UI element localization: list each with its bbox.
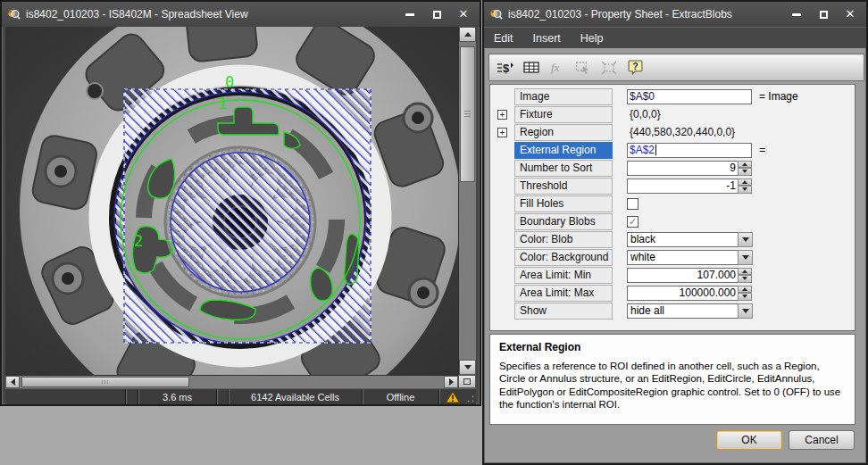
horizontal-scroll-thumb[interactable] — [21, 377, 189, 387]
spin-up-button[interactable] — [738, 179, 752, 187]
spin-down-button[interactable] — [738, 168, 752, 176]
menu-bar: Edit Insert Help — [484, 27, 866, 48]
spin-up-button[interactable] — [738, 286, 752, 294]
select-region-icon[interactable] — [572, 57, 594, 79]
property-label[interactable]: Area Limit: Max — [514, 285, 613, 302]
property-label[interactable]: External Region — [514, 142, 613, 159]
menu-insert[interactable]: Insert — [523, 32, 571, 45]
spin-up-button[interactable] — [738, 268, 752, 276]
value-input[interactable]: $A$2 — [627, 143, 752, 158]
property-label[interactable]: Threshold — [514, 178, 613, 195]
vertical-scroll-thumb[interactable] — [460, 46, 475, 182]
property-label[interactable]: Color: Background — [514, 249, 613, 266]
property-value: {0,0,0} — [627, 108, 661, 120]
app-icon — [7, 8, 21, 21]
property-label[interactable]: Show — [514, 303, 613, 320]
svg-text:fx: fx — [551, 61, 560, 74]
value-suffix: = — [759, 144, 765, 156]
scroll-up-button[interactable] — [459, 27, 476, 42]
horizontal-scrollbar[interactable] — [5, 375, 458, 388]
menu-edit[interactable]: Edit — [484, 32, 523, 45]
spinner-field[interactable]: -1 — [627, 179, 738, 194]
close-button[interactable]: ✕ — [843, 8, 857, 21]
cancel-button[interactable]: Cancel — [789, 430, 855, 450]
spinner-buttons — [738, 286, 752, 301]
close-button[interactable]: ✕ — [456, 8, 471, 21]
property-value: black — [627, 232, 753, 247]
checkbox[interactable] — [627, 216, 638, 228]
fit-image-button[interactable] — [458, 375, 476, 388]
spinner-field[interactable]: 107.000 — [627, 268, 738, 283]
property-value — [627, 198, 638, 210]
svg-text:$: $ — [503, 62, 510, 75]
spinner-field[interactable]: 100000.000 — [627, 286, 738, 301]
description-panel: External Region Specifies a reference to… — [489, 334, 855, 425]
right-window-title: is8402_010203 - Property Sheet - Extract… — [508, 8, 789, 21]
scroll-left-button[interactable] — [5, 376, 20, 388]
description-body: Specifies a reference to ROI defined in … — [499, 360, 846, 411]
property-label[interactable]: Color: Blob — [514, 231, 613, 248]
absolute-reference-icon[interactable]: $ — [495, 57, 516, 79]
toolbar: $ fx ? — [488, 54, 864, 81]
property-row: Color: Backgroundwhite — [490, 248, 855, 266]
expand-toggle-icon[interactable]: + — [490, 128, 514, 137]
property-table: Image$A$0= Image+Fixture{0,0,0}+Region{4… — [489, 84, 855, 331]
property-value: white — [627, 250, 753, 265]
insert-function-icon[interactable]: fx — [547, 57, 568, 79]
property-row: Color: Blobblack — [490, 230, 855, 248]
status-available-cells: 6142 Available Cells — [228, 389, 362, 404]
left-titlebar[interactable]: is8402_010203 - IS8402M - Spreadsheet Vi… — [2, 2, 480, 27]
status-timing: 3.6 ms — [138, 389, 216, 404]
spinner-buttons — [738, 268, 752, 283]
right-titlebar[interactable]: is8402_010203 - Property Sheet - Extract… — [484, 2, 866, 27]
camera-image: 0 1 2 — [5, 27, 458, 375]
property-label[interactable]: Fixture — [514, 106, 613, 123]
maximize-button[interactable] — [816, 8, 830, 21]
property-label[interactable]: Boundary Blobs — [514, 213, 613, 230]
minimize-button[interactable] — [789, 8, 804, 21]
scroll-down-button[interactable] — [459, 360, 476, 375]
menu-help[interactable]: Help — [571, 32, 613, 45]
spin-down-button[interactable] — [738, 293, 752, 301]
description-title: External Region — [499, 341, 846, 353]
status-bar: 3.6 ms 6142 Available Cells Offline — [5, 388, 476, 404]
property-label[interactable]: Region — [514, 124, 613, 141]
maximize-region-icon[interactable] — [598, 57, 620, 79]
spreadsheet-view-window: is8402_010203 - IS8402M - Spreadsheet Vi… — [0, 0, 481, 406]
value-suffix: = Image — [759, 90, 798, 103]
maximize-button[interactable] — [430, 8, 444, 21]
vertical-scrollbar[interactable] — [458, 27, 476, 375]
dropdown-field[interactable]: hide all — [627, 303, 738, 319]
property-sheet-window: is8402_010203 - Property Sheet - Extract… — [482, 0, 868, 465]
spin-down-button[interactable] — [738, 275, 752, 283]
resize-grip[interactable] — [465, 389, 476, 404]
dropdown-button[interactable] — [738, 232, 753, 247]
value-input[interactable]: $A$0 — [627, 89, 752, 104]
spin-down-button[interactable] — [738, 186, 752, 194]
property-row: Area Limit: Max100000.000 — [490, 284, 855, 302]
property-row: Boundary Blobs — [490, 212, 855, 230]
checkbox[interactable] — [627, 198, 638, 210]
property-row: Showhide all — [490, 302, 855, 320]
minimize-button[interactable] — [403, 8, 417, 21]
status-warning[interactable] — [438, 389, 465, 404]
image-canvas[interactable]: 0 1 2 — [5, 27, 458, 375]
property-value: 9 — [627, 161, 752, 176]
dropdown-button[interactable] — [738, 303, 753, 319]
dropdown-field[interactable]: white — [627, 250, 738, 265]
property-row: Number to Sort9 — [490, 159, 855, 177]
expand-toggle-icon[interactable]: + — [490, 110, 514, 120]
spin-up-button[interactable] — [738, 161, 752, 169]
property-label[interactable]: Area Limit: Min — [514, 267, 613, 284]
property-label[interactable]: Fill Holes — [514, 195, 613, 212]
spinner-field[interactable]: 9 — [627, 161, 738, 176]
scroll-right-button[interactable] — [444, 376, 458, 388]
insert-spreadsheet-icon[interactable] — [521, 57, 542, 79]
property-label[interactable]: Number to Sort — [514, 160, 613, 177]
dropdown-button[interactable] — [738, 250, 753, 265]
help-icon[interactable]: ? — [624, 57, 646, 79]
property-label[interactable]: Image — [514, 88, 613, 105]
ok-button[interactable]: OK — [716, 430, 782, 450]
dropdown-field[interactable]: black — [627, 232, 738, 247]
property-row: Fill Holes — [490, 195, 855, 212]
